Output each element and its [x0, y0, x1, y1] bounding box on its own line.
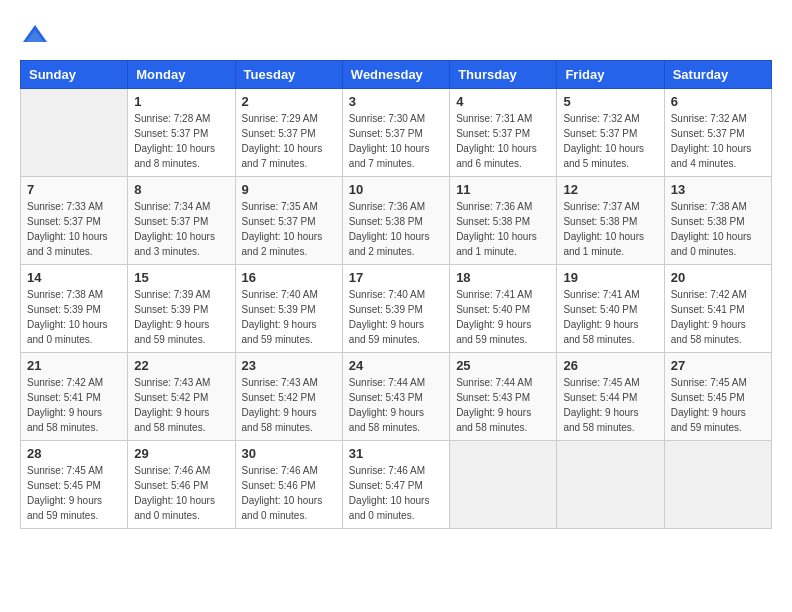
calendar-cell: 7 Sunrise: 7:33 AM Sunset: 5:37 PM Dayli… — [21, 177, 128, 265]
daylight-text: Daylight: 9 hours and 58 minutes. — [563, 407, 638, 433]
calendar-cell: 4 Sunrise: 7:31 AM Sunset: 5:37 PM Dayli… — [450, 89, 557, 177]
sunrise-text: Sunrise: 7:34 AM — [134, 201, 210, 212]
day-info: Sunrise: 7:46 AM Sunset: 5:46 PM Dayligh… — [134, 463, 228, 523]
daylight-text: Daylight: 9 hours and 59 minutes. — [242, 319, 317, 345]
calendar-table: SundayMondayTuesdayWednesdayThursdayFrid… — [20, 60, 772, 529]
day-number: 11 — [456, 182, 550, 197]
sunrise-text: Sunrise: 7:31 AM — [456, 113, 532, 124]
day-info: Sunrise: 7:31 AM Sunset: 5:37 PM Dayligh… — [456, 111, 550, 171]
sunrise-text: Sunrise: 7:36 AM — [456, 201, 532, 212]
sunrise-text: Sunrise: 7:46 AM — [349, 465, 425, 476]
sunrise-text: Sunrise: 7:43 AM — [134, 377, 210, 388]
daylight-text: Daylight: 9 hours and 58 minutes. — [134, 407, 209, 433]
weekday-header: Saturday — [664, 61, 771, 89]
day-number: 21 — [27, 358, 121, 373]
sunset-text: Sunset: 5:43 PM — [456, 392, 530, 403]
day-number: 24 — [349, 358, 443, 373]
daylight-text: Daylight: 10 hours and 6 minutes. — [456, 143, 537, 169]
weekday-header: Tuesday — [235, 61, 342, 89]
sunset-text: Sunset: 5:37 PM — [563, 128, 637, 139]
calendar-cell: 24 Sunrise: 7:44 AM Sunset: 5:43 PM Dayl… — [342, 353, 449, 441]
day-info: Sunrise: 7:42 AM Sunset: 5:41 PM Dayligh… — [671, 287, 765, 347]
day-info: Sunrise: 7:36 AM Sunset: 5:38 PM Dayligh… — [456, 199, 550, 259]
calendar-cell: 2 Sunrise: 7:29 AM Sunset: 5:37 PM Dayli… — [235, 89, 342, 177]
calendar-cell: 27 Sunrise: 7:45 AM Sunset: 5:45 PM Dayl… — [664, 353, 771, 441]
day-number: 28 — [27, 446, 121, 461]
daylight-text: Daylight: 9 hours and 58 minutes. — [27, 407, 102, 433]
daylight-text: Daylight: 10 hours and 0 minutes. — [134, 495, 215, 521]
calendar-cell: 31 Sunrise: 7:46 AM Sunset: 5:47 PM Dayl… — [342, 441, 449, 529]
sunset-text: Sunset: 5:38 PM — [563, 216, 637, 227]
calendar-cell: 3 Sunrise: 7:30 AM Sunset: 5:37 PM Dayli… — [342, 89, 449, 177]
sunset-text: Sunset: 5:42 PM — [242, 392, 316, 403]
calendar-cell: 22 Sunrise: 7:43 AM Sunset: 5:42 PM Dayl… — [128, 353, 235, 441]
day-info: Sunrise: 7:33 AM Sunset: 5:37 PM Dayligh… — [27, 199, 121, 259]
day-info: Sunrise: 7:40 AM Sunset: 5:39 PM Dayligh… — [242, 287, 336, 347]
sunset-text: Sunset: 5:40 PM — [456, 304, 530, 315]
sunrise-text: Sunrise: 7:44 AM — [349, 377, 425, 388]
calendar-cell: 21 Sunrise: 7:42 AM Sunset: 5:41 PM Dayl… — [21, 353, 128, 441]
sunset-text: Sunset: 5:39 PM — [242, 304, 316, 315]
daylight-text: Daylight: 9 hours and 58 minutes. — [349, 407, 424, 433]
sunrise-text: Sunrise: 7:38 AM — [27, 289, 103, 300]
day-info: Sunrise: 7:38 AM Sunset: 5:38 PM Dayligh… — [671, 199, 765, 259]
calendar-week-row: 21 Sunrise: 7:42 AM Sunset: 5:41 PM Dayl… — [21, 353, 772, 441]
day-info: Sunrise: 7:45 AM Sunset: 5:45 PM Dayligh… — [27, 463, 121, 523]
day-info: Sunrise: 7:45 AM Sunset: 5:44 PM Dayligh… — [563, 375, 657, 435]
weekday-header: Monday — [128, 61, 235, 89]
sunrise-text: Sunrise: 7:40 AM — [349, 289, 425, 300]
sunset-text: Sunset: 5:37 PM — [134, 128, 208, 139]
daylight-text: Daylight: 9 hours and 58 minutes. — [671, 319, 746, 345]
sunrise-text: Sunrise: 7:38 AM — [671, 201, 747, 212]
sunrise-text: Sunrise: 7:37 AM — [563, 201, 639, 212]
day-number: 14 — [27, 270, 121, 285]
sunrise-text: Sunrise: 7:46 AM — [134, 465, 210, 476]
day-info: Sunrise: 7:43 AM Sunset: 5:42 PM Dayligh… — [134, 375, 228, 435]
calendar-cell: 28 Sunrise: 7:45 AM Sunset: 5:45 PM Dayl… — [21, 441, 128, 529]
sunrise-text: Sunrise: 7:41 AM — [563, 289, 639, 300]
day-number: 22 — [134, 358, 228, 373]
day-number: 3 — [349, 94, 443, 109]
daylight-text: Daylight: 9 hours and 59 minutes. — [349, 319, 424, 345]
day-info: Sunrise: 7:35 AM Sunset: 5:37 PM Dayligh… — [242, 199, 336, 259]
sunset-text: Sunset: 5:46 PM — [134, 480, 208, 491]
day-info: Sunrise: 7:46 AM Sunset: 5:46 PM Dayligh… — [242, 463, 336, 523]
sunrise-text: Sunrise: 7:42 AM — [27, 377, 103, 388]
calendar-cell: 13 Sunrise: 7:38 AM Sunset: 5:38 PM Dayl… — [664, 177, 771, 265]
day-number: 16 — [242, 270, 336, 285]
calendar-cell — [557, 441, 664, 529]
daylight-text: Daylight: 10 hours and 1 minute. — [456, 231, 537, 257]
daylight-text: Daylight: 9 hours and 59 minutes. — [671, 407, 746, 433]
weekday-header: Friday — [557, 61, 664, 89]
day-number: 8 — [134, 182, 228, 197]
day-info: Sunrise: 7:32 AM Sunset: 5:37 PM Dayligh… — [563, 111, 657, 171]
day-number: 31 — [349, 446, 443, 461]
day-info: Sunrise: 7:43 AM Sunset: 5:42 PM Dayligh… — [242, 375, 336, 435]
sunset-text: Sunset: 5:37 PM — [456, 128, 530, 139]
sunrise-text: Sunrise: 7:32 AM — [671, 113, 747, 124]
day-info: Sunrise: 7:37 AM Sunset: 5:38 PM Dayligh… — [563, 199, 657, 259]
calendar-cell: 9 Sunrise: 7:35 AM Sunset: 5:37 PM Dayli… — [235, 177, 342, 265]
sunrise-text: Sunrise: 7:36 AM — [349, 201, 425, 212]
day-info: Sunrise: 7:30 AM Sunset: 5:37 PM Dayligh… — [349, 111, 443, 171]
day-info: Sunrise: 7:34 AM Sunset: 5:37 PM Dayligh… — [134, 199, 228, 259]
sunrise-text: Sunrise: 7:32 AM — [563, 113, 639, 124]
sunrise-text: Sunrise: 7:28 AM — [134, 113, 210, 124]
day-number: 13 — [671, 182, 765, 197]
day-info: Sunrise: 7:32 AM Sunset: 5:37 PM Dayligh… — [671, 111, 765, 171]
day-number: 26 — [563, 358, 657, 373]
calendar-cell — [21, 89, 128, 177]
daylight-text: Daylight: 10 hours and 4 minutes. — [671, 143, 752, 169]
page-header — [20, 20, 772, 50]
calendar-cell: 10 Sunrise: 7:36 AM Sunset: 5:38 PM Dayl… — [342, 177, 449, 265]
daylight-text: Daylight: 10 hours and 1 minute. — [563, 231, 644, 257]
day-number: 27 — [671, 358, 765, 373]
daylight-text: Daylight: 9 hours and 58 minutes. — [456, 407, 531, 433]
day-number: 19 — [563, 270, 657, 285]
sunset-text: Sunset: 5:39 PM — [134, 304, 208, 315]
sunset-text: Sunset: 5:37 PM — [242, 216, 316, 227]
day-info: Sunrise: 7:46 AM Sunset: 5:47 PM Dayligh… — [349, 463, 443, 523]
sunrise-text: Sunrise: 7:35 AM — [242, 201, 318, 212]
day-info: Sunrise: 7:38 AM Sunset: 5:39 PM Dayligh… — [27, 287, 121, 347]
sunset-text: Sunset: 5:45 PM — [671, 392, 745, 403]
